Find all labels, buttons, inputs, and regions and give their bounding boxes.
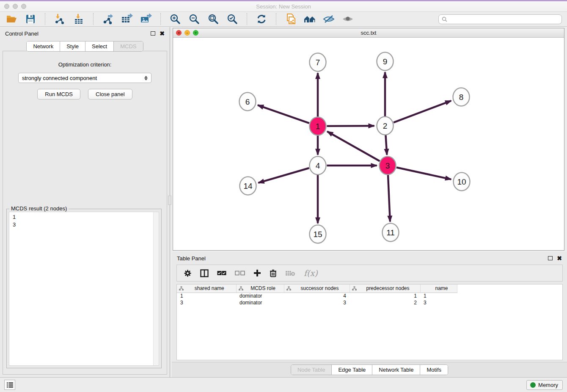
select-stepper-icon <box>144 76 148 80</box>
import-table-icon[interactable] <box>72 13 85 25</box>
table-cell[interactable]: 1 <box>177 293 236 299</box>
close-view-button[interactable]: ✕ <box>176 30 182 36</box>
mcds-result-item[interactable]: 3 <box>13 221 155 229</box>
table-panel-header: Table Panel ✖ <box>172 252 567 265</box>
table-tab-edge-table[interactable]: Edge Table <box>332 365 372 375</box>
tab-select[interactable]: Select <box>85 41 114 51</box>
graph-edge-3-10[interactable] <box>396 168 451 179</box>
memory-button[interactable]: Memory <box>526 380 563 390</box>
zoom-fit-icon[interactable] <box>207 13 220 25</box>
zoom-out-icon[interactable] <box>188 13 201 25</box>
mcds-result-group: MCDS result (2 nodes) 13 <box>6 209 162 368</box>
refresh-icon[interactable] <box>255 13 268 25</box>
open-session-icon[interactable] <box>5 13 18 25</box>
function-builder-icon[interactable]: f(x) <box>304 268 318 278</box>
zoom-in-icon[interactable] <box>169 13 182 25</box>
clone-network-icon[interactable] <box>284 13 297 25</box>
import-network-icon[interactable] <box>53 13 66 25</box>
control-panel-tabs: NetworkStyleSelectMCDS <box>26 41 143 52</box>
table-cell[interactable]: dominator <box>236 299 284 306</box>
tab-network[interactable]: Network <box>27 41 60 51</box>
table-row[interactable]: 1dominator411 <box>177 293 457 299</box>
column-header-predecessor-nodes[interactable]: predecessor nodes <box>350 284 420 293</box>
tab-mcds[interactable]: MCDS <box>114 41 143 51</box>
column-header-name[interactable]: name <box>420 284 457 293</box>
graph-edge-2-8[interactable] <box>394 101 451 122</box>
graph-node-15[interactable]: 15 <box>310 225 326 243</box>
export-image-icon[interactable] <box>140 13 152 25</box>
mcds-result-item[interactable]: 1 <box>13 213 155 221</box>
criterion-select[interactable]: strongly connected component <box>18 73 151 83</box>
graph-node-1[interactable]: 1 <box>310 117 326 135</box>
svg-text:10: 10 <box>457 177 466 186</box>
graph-edge-1-6[interactable] <box>258 105 309 123</box>
table-cell[interactable]: 1 <box>350 293 420 299</box>
graph-edge-3-1[interactable] <box>327 132 380 161</box>
minimize-view-button[interactable]: − <box>184 30 190 36</box>
maximize-view-button[interactable]: + <box>193 30 198 36</box>
table-cell[interactable]: 2 <box>350 299 420 306</box>
select-all-icon[interactable] <box>217 271 226 276</box>
close-panel-button[interactable]: Close panel <box>88 89 132 99</box>
search-input[interactable] <box>449 16 559 22</box>
control-panel: Control Panel ✖ NetworkStyleSelectMCDS O… <box>0 27 170 377</box>
save-session-icon[interactable] <box>24 13 37 25</box>
network-canvas[interactable]: 7968124314101511 <box>173 38 564 250</box>
graph-node-10[interactable]: 10 <box>454 173 470 191</box>
deselect-all-icon[interactable] <box>235 271 245 276</box>
delete-column-icon[interactable] <box>270 269 277 277</box>
graph-node-9[interactable]: 9 <box>377 52 394 71</box>
table-tab-node-table[interactable]: Node Table <box>291 365 332 375</box>
table-cell[interactable]: dominator <box>236 293 284 299</box>
float-panel-icon[interactable] <box>151 31 155 36</box>
graph-edge-4-14[interactable] <box>258 168 309 183</box>
table-tab-network-table[interactable]: Network Table <box>372 365 420 375</box>
main-toolbar <box>0 12 567 27</box>
export-network-icon[interactable] <box>102 13 114 25</box>
graph-node-6[interactable]: 6 <box>239 93 256 111</box>
close-table-panel-icon[interactable]: ✖ <box>557 256 562 260</box>
first-neighbors-icon[interactable] <box>303 13 316 25</box>
column-header-successor-nodes[interactable]: successor nodes <box>284 284 350 293</box>
mcds-result-list[interactable]: 13 <box>9 212 159 366</box>
graph-node-7[interactable]: 7 <box>310 53 326 72</box>
table-cell[interactable]: 3 <box>177 299 236 306</box>
graph-edge-3-11[interactable] <box>388 174 390 221</box>
gear-icon[interactable] <box>184 269 192 277</box>
export-table-icon[interactable] <box>121 13 133 25</box>
column-header-MCDS-role[interactable]: MCDS role <box>236 284 284 293</box>
table-cell[interactable]: 1 <box>420 293 457 299</box>
node-table[interactable]: shared nameMCDS rolesuccessor nodesprede… <box>176 284 563 360</box>
float-table-panel-icon[interactable] <box>548 256 553 260</box>
table-tabs: Node TableEdge TableNetwork TableMotifs <box>291 364 448 375</box>
graph-node-2[interactable]: 2 <box>377 117 394 135</box>
zoom-selected-icon[interactable] <box>226 13 239 25</box>
graph-node-4[interactable]: 4 <box>310 157 326 175</box>
graph-node-11[interactable]: 11 <box>383 224 399 242</box>
run-mcds-button[interactable]: Run MCDS <box>37 89 80 99</box>
graph-edge-2-3[interactable] <box>385 135 387 155</box>
graph-node-14[interactable]: 14 <box>240 177 256 195</box>
tab-style[interactable]: Style <box>60 41 85 51</box>
column-header-shared-name[interactable]: shared name <box>177 284 236 293</box>
graph-edge-1-2[interactable] <box>327 126 374 126</box>
criterion-value: strongly connected component <box>22 75 144 81</box>
delete-table-icon[interactable] <box>285 270 295 276</box>
result-scrollbar[interactable] <box>153 212 159 365</box>
columns-icon[interactable] <box>200 269 209 277</box>
panel-splitter-handle[interactable] <box>168 196 171 205</box>
table-cell[interactable]: 3 <box>420 299 457 306</box>
table-row[interactable]: 3dominator323 <box>177 299 457 306</box>
hide-selected-icon[interactable] <box>322 13 335 25</box>
graph-node-3[interactable]: 3 <box>380 157 396 175</box>
search-box[interactable] <box>438 14 562 24</box>
close-panel-icon[interactable]: ✖ <box>160 31 165 36</box>
add-column-icon[interactable] <box>253 269 261 277</box>
table-cell[interactable]: 4 <box>284 293 350 299</box>
graph-node-8[interactable]: 8 <box>453 88 470 106</box>
show-all-icon[interactable] <box>341 13 354 25</box>
table-panel-title: Table Panel <box>177 255 206 262</box>
table-cell[interactable]: 3 <box>284 299 350 306</box>
task-history-button[interactable] <box>4 380 15 390</box>
table-tab-motifs[interactable]: Motifs <box>420 365 448 375</box>
